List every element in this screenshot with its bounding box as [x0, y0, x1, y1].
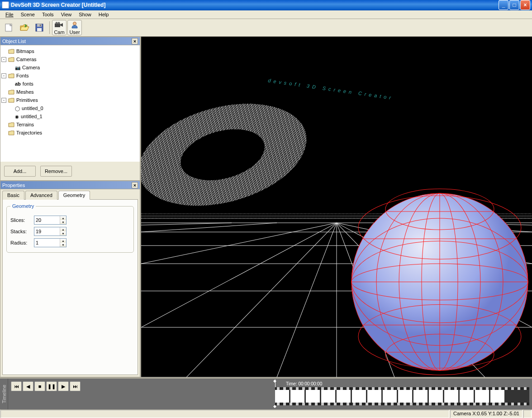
time-label: Time: 00:00:00:00: [286, 381, 529, 386]
collapse-icon[interactable]: -: [1, 98, 6, 103]
new-button[interactable]: [2, 20, 16, 35]
svg-rect-4: [40, 24, 41, 26]
maximize-button[interactable]: □: [509, 0, 519, 10]
object-list-panel: Bitmaps -Cameras 📷Camera -Fonts abfonts …: [0, 45, 140, 181]
camera-coords: Camera X:0.65 Y:1.00 Z:-5.01: [450, 410, 522, 418]
toolbar: Cam User: [0, 19, 532, 37]
save-disk-icon: [34, 23, 45, 32]
open-folder-icon: [19, 23, 30, 32]
minimize-button[interactable]: _: [499, 0, 508, 10]
app-icon: [2, 1, 9, 9]
menubar: File Scene Tools View Show Help: [0, 10, 532, 19]
step-back-button[interactable]: ◀: [23, 381, 33, 391]
tree-meshes[interactable]: Meshes: [1, 88, 139, 96]
tab-advanced[interactable]: Advanced: [25, 191, 57, 200]
folder-icon: [8, 73, 14, 78]
properties-title: Properties ×: [0, 181, 140, 189]
titlebar: DevSoft 3D Screen Creator [Untitled] _ □…: [0, 0, 532, 10]
tab-geometry[interactable]: Geometry: [58, 191, 90, 200]
tree-primitives[interactable]: -Primitives: [1, 96, 139, 104]
timeline-panel: Timeline ⏮ ◀ ■ ❚❚ ▶ ⏭ Time: 00:00:00:00: [0, 377, 532, 409]
collapse-icon[interactable]: -: [1, 57, 6, 62]
user-icon: [69, 20, 80, 29]
svg-point-7: [58, 22, 60, 24]
folder-icon: [8, 97, 14, 103]
folder-icon: [8, 89, 14, 95]
svg-rect-3: [37, 28, 42, 31]
menu-view[interactable]: View: [57, 11, 76, 18]
spin-down-icon[interactable]: ▼: [60, 220, 66, 224]
object-tree[interactable]: Bitmaps -Cameras 📷Camera -Fonts abfonts …: [0, 45, 140, 162]
timeline-label: Timeline: [0, 379, 8, 409]
radius-label: Radius:: [10, 240, 34, 245]
user-button[interactable]: User: [67, 20, 82, 35]
spin-up-icon[interactable]: ▲: [60, 239, 66, 243]
menu-scene[interactable]: Scene: [17, 11, 38, 18]
svg-rect-2: [37, 24, 42, 27]
viewport-3d[interactable]: devsoft 3D Screen Creator: [141, 37, 532, 377]
sphere-icon: ◯: [15, 106, 20, 111]
folder-icon: [8, 122, 14, 127]
cam-button[interactable]: Cam: [52, 20, 66, 35]
properties-panel: Basic Advanced Geometry Geometry Slices:…: [0, 189, 140, 377]
tree-cameras[interactable]: -Cameras: [1, 55, 139, 63]
folder-icon: [8, 48, 14, 54]
add-button[interactable]: Add...: [4, 166, 36, 177]
filmstrip[interactable]: [275, 387, 529, 405]
tree-fonts[interactable]: -Fonts: [1, 72, 139, 80]
window-title: DevSoft 3D Screen Creator [Untitled]: [11, 2, 498, 8]
tree-terrains[interactable]: Terrains: [1, 120, 139, 129]
save-button[interactable]: [33, 20, 47, 35]
rewind-start-button[interactable]: ⏮: [11, 381, 22, 391]
tree-trajectories[interactable]: Trajectories: [1, 129, 139, 137]
slices-input[interactable]: ▲▼: [34, 216, 66, 225]
tab-basic[interactable]: Basic: [2, 191, 24, 200]
object-list-title: Object List ×: [0, 37, 140, 45]
svg-point-8: [73, 22, 76, 25]
spin-up-icon[interactable]: ▲: [60, 216, 66, 220]
svg-rect-5: [55, 24, 60, 27]
spin-up-icon[interactable]: ▲: [60, 227, 66, 231]
svg-point-6: [56, 22, 58, 24]
statusbar: Camera X:0.65 Y:1.00 Z:-5.01: [0, 409, 532, 418]
radius-input[interactable]: ▲▼: [34, 238, 66, 247]
tree-untitled-0[interactable]: ◯untitled_0: [1, 104, 139, 112]
spin-down-icon[interactable]: ▼: [60, 231, 66, 235]
pause-button[interactable]: ❚❚: [46, 381, 57, 391]
object-list-close[interactable]: ×: [132, 38, 138, 44]
menu-help[interactable]: Help: [95, 11, 113, 18]
open-button[interactable]: [17, 20, 32, 35]
menu-show[interactable]: Show: [75, 11, 95, 18]
menu-tools[interactable]: Tools: [38, 11, 57, 18]
geometry-fieldset: Geometry Slices: ▲▼ Stacks: ▲▼: [6, 203, 134, 253]
tree-camera[interactable]: 📷Camera: [1, 63, 139, 72]
stacks-label: Stacks:: [10, 229, 34, 234]
close-button[interactable]: ×: [520, 0, 530, 10]
slices-label: Slices:: [10, 217, 34, 223]
sphere-icon: ◉: [15, 114, 19, 119]
camera-icon: [54, 20, 65, 29]
stacks-input[interactable]: ▲▼: [34, 227, 66, 236]
stop-button[interactable]: ■: [34, 381, 45, 391]
folder-icon: [8, 57, 14, 62]
remove-button[interactable]: Remove...: [40, 166, 72, 177]
tree-untitled-1[interactable]: ◉untitled_1: [1, 112, 139, 120]
forward-end-button[interactable]: ⏭: [70, 381, 81, 391]
tree-bitmaps[interactable]: Bitmaps: [1, 47, 139, 55]
new-file-icon: [4, 23, 14, 32]
spin-down-icon[interactable]: ▼: [60, 243, 66, 247]
play-button[interactable]: ▶: [58, 381, 69, 391]
properties-close[interactable]: ×: [132, 182, 138, 188]
folder-icon: [8, 130, 14, 135]
font-icon: ab: [15, 81, 21, 86]
camera-icon: 📷: [15, 65, 20, 70]
collapse-icon[interactable]: -: [1, 73, 6, 78]
tree-fonts-leaf[interactable]: abfonts: [1, 80, 139, 88]
menu-file[interactable]: File: [2, 11, 17, 18]
